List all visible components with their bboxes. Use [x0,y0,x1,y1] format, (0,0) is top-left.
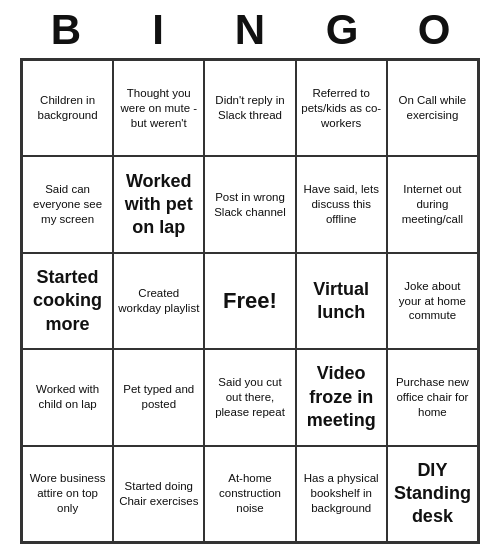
bingo-cell-i1[interactable]: Thought you were on mute - but weren't [113,60,204,156]
bingo-letter-o: O [406,6,462,54]
bingo-cell-o2[interactable]: Internet out during meeting/call [387,156,478,252]
bingo-cell-i3[interactable]: Created workday playlist [113,253,204,349]
bingo-cell-o1[interactable]: On Call while exercising [387,60,478,156]
bingo-cell-b1[interactable]: Children in background [22,60,113,156]
bingo-letter-g: G [314,6,370,54]
bingo-cell-n3[interactable]: Free! [204,253,295,349]
bingo-cell-g3[interactable]: Virtual lunch [296,253,387,349]
bingo-letter-b: B [38,6,94,54]
bingo-cell-i2[interactable]: Worked with pet on lap [113,156,204,252]
bingo-cell-g2[interactable]: Have said, lets discuss this offline [296,156,387,252]
bingo-cell-o5[interactable]: DIY Standing desk [387,446,478,542]
bingo-cell-b3[interactable]: Started cooking more [22,253,113,349]
bingo-cell-o3[interactable]: Joke about your at home commute [387,253,478,349]
bingo-cell-o4[interactable]: Purchase new office chair for home [387,349,478,445]
bingo-cell-i4[interactable]: Pet typed and posted [113,349,204,445]
bingo-cell-b2[interactable]: Said can everyone see my screen [22,156,113,252]
bingo-grid: Children in backgroundThought you were o… [20,58,480,544]
bingo-header: BINGO [20,0,480,58]
bingo-letter-i: I [130,6,186,54]
bingo-letter-n: N [222,6,278,54]
bingo-cell-b5[interactable]: Wore business attire on top only [22,446,113,542]
bingo-cell-g4[interactable]: Video froze in meeting [296,349,387,445]
bingo-cell-g1[interactable]: Referred to pets/kids as co-workers [296,60,387,156]
bingo-cell-n2[interactable]: Post in wrong Slack channel [204,156,295,252]
bingo-cell-n4[interactable]: Said you cut out there, please repeat [204,349,295,445]
bingo-cell-b4[interactable]: Worked with child on lap [22,349,113,445]
bingo-cell-n1[interactable]: Didn't reply in Slack thread [204,60,295,156]
bingo-cell-g5[interactable]: Has a physical bookshelf in background [296,446,387,542]
bingo-cell-n5[interactable]: At-home construction noise [204,446,295,542]
bingo-cell-i5[interactable]: Started doing Chair exercises [113,446,204,542]
